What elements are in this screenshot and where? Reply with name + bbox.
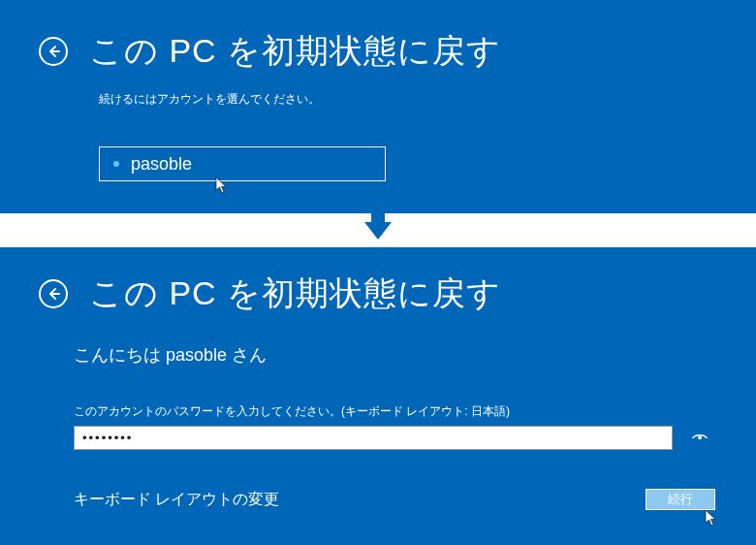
password-reveal-button[interactable] [684, 426, 715, 450]
keyboard-layout-change-link[interactable]: キーボード レイアウトの変更 [74, 490, 279, 510]
bottom-row: キーボード レイアウトの変更 続行 [74, 489, 715, 510]
cursor-icon [705, 509, 718, 527]
cursor-icon [215, 176, 229, 194]
down-arrow-icon [364, 222, 392, 240]
page-title: この PC を初期状態に戻す [89, 272, 501, 316]
account-name-label: pasoble [131, 154, 192, 175]
back-button[interactable] [39, 279, 68, 308]
password-label: このアカウントのパスワードを入力してください。(キーボード レイアウト: 日本語… [74, 403, 717, 420]
header-row: この PC を初期状態に戻す [39, 272, 717, 316]
eye-icon [691, 430, 709, 447]
svg-point-0 [698, 435, 702, 439]
page-title: この PC を初期状態に戻す [89, 29, 501, 74]
header-row: この PC を初期状態に戻す [39, 29, 717, 74]
arrow-left-icon [46, 44, 61, 59]
account-dot-icon [113, 161, 119, 167]
continue-button[interactable]: 続行 [646, 489, 715, 510]
back-button[interactable] [39, 37, 68, 66]
password-row [74, 426, 715, 450]
account-row-pasoble[interactable]: pasoble [99, 146, 386, 181]
arrow-left-icon [46, 286, 61, 302]
greeting-text: こんにちは pasoble さん [74, 343, 717, 367]
screen-enter-password: この PC を初期状態に戻す こんにちは pasoble さん このアカウントの… [0, 247, 756, 545]
screen-select-account: この PC を初期状態に戻す 続けるにはアカウントを選んでください。 pasob… [0, 0, 756, 213]
separator [0, 213, 756, 247]
password-input[interactable] [74, 426, 673, 450]
continue-button-label: 続行 [668, 491, 693, 508]
select-account-subtext: 続けるにはアカウントを選んでください。 [99, 91, 717, 108]
